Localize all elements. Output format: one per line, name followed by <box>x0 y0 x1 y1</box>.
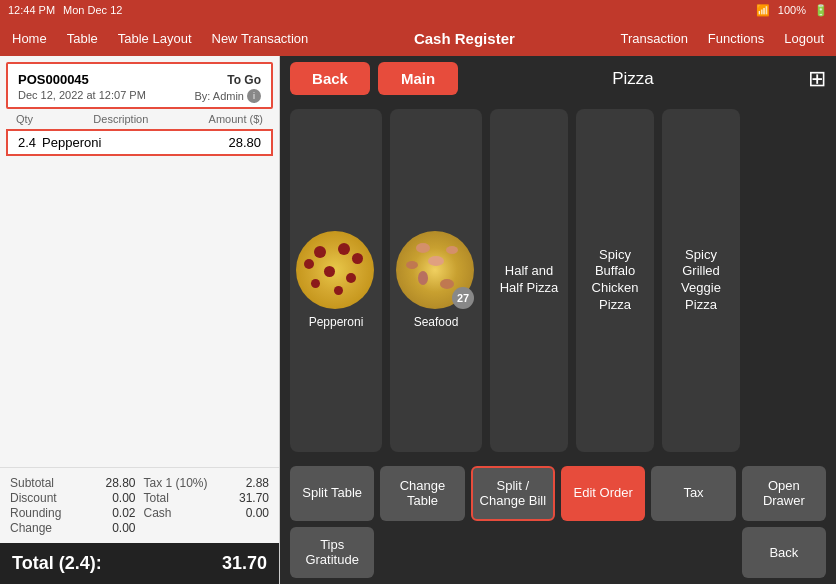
nav-home[interactable]: Home <box>12 31 47 46</box>
cash-label: Cash <box>144 506 172 520</box>
back-button[interactable]: Back <box>290 62 370 95</box>
total-footer-label: Total (2.4): <box>12 553 102 574</box>
discount-value: 0.00 <box>112 491 135 505</box>
right-top-bar: Back Main Pizza ⊞ <box>280 56 836 101</box>
col-amount: Amount ($) <box>209 113 263 125</box>
pizza-label-seafood: Seafood <box>414 315 459 329</box>
change-table-button[interactable]: Change Table <box>380 466 464 521</box>
total-footer-value: 31.70 <box>222 553 267 574</box>
nav-bar: Home Table Table Layout New Transaction … <box>0 20 836 56</box>
nav-new-transaction[interactable]: New Transaction <box>212 31 309 46</box>
pizza-label-spicy-buffalo: Spicy Buffalo Chicken Pizza <box>582 247 648 315</box>
nav-functions[interactable]: Functions <box>708 31 764 46</box>
scan-icon[interactable]: ⊞ <box>808 66 826 92</box>
order-id: POS000045 <box>18 72 89 87</box>
main-button[interactable]: Main <box>378 62 458 95</box>
nav-logout[interactable]: Logout <box>784 31 824 46</box>
wifi-icon: 📶 <box>756 4 770 17</box>
category-title: Pizza <box>466 69 800 89</box>
right-panel: Back Main Pizza ⊞ <box>280 56 836 584</box>
pizza-item-seafood[interactable]: 27 Seafood <box>390 109 482 452</box>
pizza-item-spicy-buffalo[interactable]: Spicy Buffalo Chicken Pizza <box>576 109 654 452</box>
battery-label: 100% <box>778 4 806 16</box>
col-qty: Qty <box>16 113 33 125</box>
order-date: Dec 12, 2022 at 12:07 PM <box>18 89 146 103</box>
tax-button[interactable]: Tax <box>651 466 735 521</box>
status-day: Mon Dec 12 <box>63 4 122 16</box>
nav-transaction[interactable]: Transaction <box>620 31 687 46</box>
order-by: By: Admin <box>194 90 244 102</box>
split-table-button[interactable]: Split Table <box>290 466 374 521</box>
rounding-value: 0.02 <box>112 506 135 520</box>
tax1-value: 2.88 <box>246 476 269 490</box>
nav-table[interactable]: Table <box>67 31 98 46</box>
cash-value: 0.00 <box>246 506 269 520</box>
pizza-label-spicy-grilled: Spicy Grilled Veggie Pizza <box>668 247 734 315</box>
total-label: Total <box>144 491 169 505</box>
item-amount: 28.80 <box>228 135 261 150</box>
col-desc: Description <box>93 113 148 125</box>
nav-center-title: Cash Register <box>328 30 600 47</box>
change-value: 0.00 <box>112 521 135 535</box>
back2-button[interactable]: Back <box>742 527 826 578</box>
pizza-item-half-half[interactable]: Half and Half Pizza <box>490 109 568 452</box>
subtotal-value: 28.80 <box>105 476 135 490</box>
change-label: Change <box>10 521 52 535</box>
nav-table-layout[interactable]: Table Layout <box>118 31 192 46</box>
info-icon[interactable]: i <box>247 89 261 103</box>
action-bar-row1: Split Table Change Table Split / Change … <box>280 460 836 527</box>
open-drawer-button[interactable]: Open Drawer <box>742 466 826 521</box>
tips-gratitude-button[interactable]: Tips Gratitude <box>290 527 374 578</box>
discount-label: Discount <box>10 491 57 505</box>
item-qty: 2.4 <box>18 135 36 150</box>
status-bar: 12:44 PM Mon Dec 12 📶 100% 🔋 <box>0 0 836 20</box>
split-change-bill-button[interactable]: Split / Change Bill <box>471 466 555 521</box>
pizza-label-half-half: Half and Half Pizza <box>496 263 562 297</box>
main-layout: POS000045 To Go Dec 12, 2022 at 12:07 PM… <box>0 56 836 584</box>
subtotal-label: Subtotal <box>10 476 54 490</box>
order-totals: Subtotal 28.80 Tax 1 (10%) 2.88 Discount… <box>0 467 279 543</box>
status-time: 12:44 PM <box>8 4 55 16</box>
col-headers: Qty Description Amount ($) <box>6 109 273 129</box>
seafood-badge: 27 <box>452 287 474 309</box>
pizza-label-pepperoni: Pepperoni <box>309 315 364 329</box>
pizza-item-spicy-grilled[interactable]: Spicy Grilled Veggie Pizza <box>662 109 740 452</box>
pepperoni-image <box>296 231 374 309</box>
table-row[interactable]: 2.4 Pepperoni 28.80 <box>6 129 273 156</box>
order-header: POS000045 To Go Dec 12, 2022 at 12:07 PM… <box>6 62 273 109</box>
action-bar-row2: Tips Gratitude Back <box>280 527 836 584</box>
pizza-item-pepperoni[interactable]: Pepperoni <box>290 109 382 452</box>
battery-icon: 🔋 <box>814 4 828 17</box>
order-items: 2.4 Pepperoni 28.80 <box>6 129 273 298</box>
edit-order-button[interactable]: Edit Order <box>561 466 645 521</box>
rounding-label: Rounding <box>10 506 61 520</box>
tax1-label: Tax 1 (10%) <box>144 476 208 490</box>
total-footer: Total (2.4): 31.70 <box>0 543 279 584</box>
item-desc: Pepperoni <box>42 135 101 150</box>
left-panel: POS000045 To Go Dec 12, 2022 at 12:07 PM… <box>0 56 280 584</box>
order-type: To Go <box>227 73 261 87</box>
total-value: 31.70 <box>239 491 269 505</box>
pizza-grid: Pepperoni 27 Seafood <box>280 101 836 460</box>
